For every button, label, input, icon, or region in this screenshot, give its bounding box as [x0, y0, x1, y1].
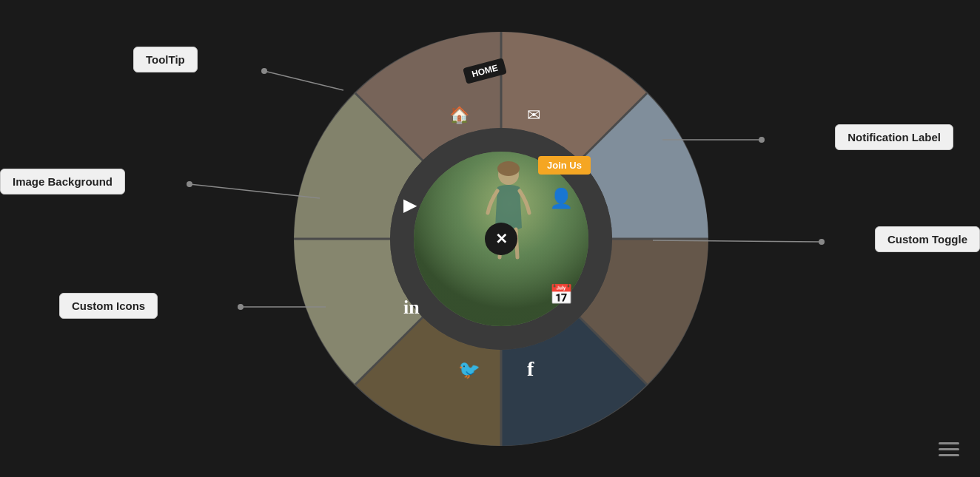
custom-toggle-label-box: Custom Toggle [875, 226, 980, 252]
tooltip-label-box: ToolTip [133, 47, 198, 72]
image-background-label-box: Image Background [0, 169, 125, 194]
radial-menu: HOME 🏠 ✉ 👤 📅 f 🐦 in ▶ ✕ Join Us [294, 32, 708, 446]
svg-point-21 [819, 239, 825, 245]
svg-point-19 [759, 137, 765, 143]
notification-label-box: Notification Label [835, 124, 953, 150]
svg-point-17 [187, 181, 192, 187]
main-scene: HOME 🏠 ✉ 👤 📅 f 🐦 in ▶ ✕ Join Us [0, 0, 980, 477]
hamburger-line-1 [939, 442, 959, 444]
custom-icons-label-box: Custom Icons [59, 293, 158, 319]
svg-point-15 [261, 68, 267, 74]
hamburger-menu[interactable] [939, 442, 959, 456]
hamburger-line-3 [939, 454, 959, 456]
svg-point-23 [238, 304, 244, 310]
close-button[interactable]: ✕ [485, 223, 517, 255]
hamburger-line-2 [939, 448, 959, 450]
svg-point-13 [497, 161, 520, 176]
notification-badge: Join Us [538, 156, 591, 175]
